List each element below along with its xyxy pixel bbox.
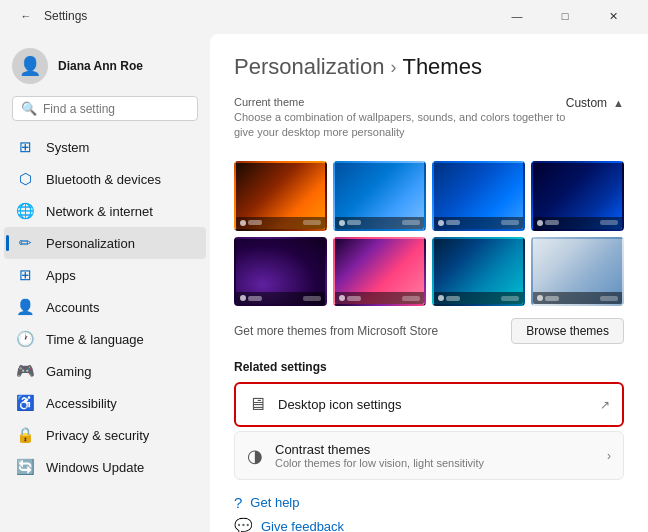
sidebar-item-bluetooth[interactable]: ⬡ Bluetooth & devices [4,163,206,195]
sidebar-item-apps[interactable]: ⊞ Apps [4,259,206,291]
taskbar-bar [533,217,622,229]
sidebar-item-system[interactable]: ⊞ System [4,131,206,163]
taskbar-end [501,296,519,301]
gaming-icon: 🎮 [16,362,34,380]
sidebar: 👤 Diana Ann Roe 🔍 ⊞ System ⬡ Bluetooth &… [0,32,210,532]
sidebar-item-label: Time & language [46,332,144,347]
content-area: Personalization › Themes Current theme C… [210,34,648,532]
taskbar-bar-item [248,220,262,225]
contrast-themes-text: Contrast themes Color themes for low vis… [275,442,595,469]
theme-name-value: Custom [566,96,607,110]
window-controls: — □ ✕ [494,0,636,32]
theme-grid [234,161,624,307]
accounts-icon: 👤 [16,298,34,316]
app-title: Settings [44,9,87,23]
theme-thumbnail-fire[interactable] [234,161,327,231]
theme-thumbnail-ocean[interactable] [432,237,525,307]
contrast-themes-title: Contrast themes [275,442,595,457]
taskbar-bar [434,217,523,229]
theme-thumbnail-blue-swirl[interactable] [432,161,525,231]
taskbar-bar-item [347,220,361,225]
contrast-themes-item[interactable]: ◑ Contrast themes Color themes for low v… [234,431,624,480]
taskbar-dot [240,295,246,301]
sidebar-item-gaming[interactable]: 🎮 Gaming [4,355,206,387]
theme-thumbnail-purple[interactable] [234,237,327,307]
taskbar-end [600,296,618,301]
bottom-links: ? Get help 💬 Give feedback [234,494,624,532]
sidebar-item-label: Accessibility [46,396,117,411]
sidebar-item-windows-update[interactable]: 🔄 Windows Update [4,451,206,483]
accessibility-icon: ♿ [16,394,34,412]
close-button[interactable]: ✕ [590,0,636,32]
sidebar-item-accounts[interactable]: 👤 Accounts [4,291,206,323]
back-button[interactable]: ← [12,2,40,30]
give-feedback-link[interactable]: 💬 Give feedback [234,517,624,532]
sidebar-item-label: Gaming [46,364,92,379]
avatar: 👤 [12,48,48,84]
breadcrumb-separator: › [390,57,396,78]
system-icon: ⊞ [16,138,34,156]
taskbar-dot [339,220,345,226]
store-link-text: Get more themes from Microsoft Store [234,324,438,338]
taskbar-end [303,220,321,225]
minimize-button[interactable]: — [494,0,540,32]
store-row: Get more themes from Microsoft Store Bro… [234,318,624,344]
network-icon: 🌐 [16,202,34,220]
taskbar-end [303,296,321,301]
user-name: Diana Ann Roe [58,59,143,73]
taskbar-dot [537,295,543,301]
chevron-up-icon: ▲ [613,97,624,109]
breadcrumb-parent: Personalization [234,54,384,80]
desktop-icon-settings-item[interactable]: 🖥 Desktop icon settings ↗ [234,382,624,427]
current-theme-label: Current theme [234,96,566,108]
user-section[interactable]: 👤 Diana Ann Roe [0,40,210,96]
sidebar-item-network[interactable]: 🌐 Network & internet [4,195,206,227]
taskbar-bar-item [347,296,361,301]
desktop-icon-title: Desktop icon settings [278,397,588,412]
windows-update-icon: 🔄 [16,458,34,476]
bluetooth-icon: ⬡ [16,170,34,188]
taskbar-bar [236,292,325,304]
current-theme-header: Current theme Choose a combination of wa… [234,96,624,151]
sidebar-item-label: Personalization [46,236,135,251]
back-icon: ← [21,10,32,22]
get-help-link[interactable]: ? Get help [234,494,624,511]
theme-thumbnail-blue-flower[interactable] [333,161,426,231]
maximize-button[interactable]: □ [542,0,588,32]
taskbar-bar-item [446,220,460,225]
taskbar-dot [240,220,246,226]
taskbar-end [501,220,519,225]
search-box[interactable]: 🔍 [12,96,198,121]
titlebar: ← Settings — □ ✕ [0,0,648,32]
help-icon: ? [234,494,242,511]
sidebar-item-label: Apps [46,268,76,283]
contrast-themes-subtitle: Color themes for low vision, light sensi… [275,457,595,469]
sidebar-item-label: Accounts [46,300,99,315]
chevron-right-icon: › [607,449,611,463]
taskbar-bar [236,217,325,229]
search-input[interactable] [43,102,189,116]
taskbar-bar-item [545,296,559,301]
breadcrumb: Personalization › Themes [234,54,624,80]
taskbar-bar-item [446,296,460,301]
give-feedback-label: Give feedback [261,519,344,532]
theme-thumbnail-white-swirl[interactable] [531,237,624,307]
personalization-icon: ✏ [16,234,34,252]
browse-themes-button[interactable]: Browse themes [511,318,624,344]
search-icon: 🔍 [21,101,37,116]
theme-name-row[interactable]: Custom ▲ [566,96,624,110]
avatar-icon: 👤 [19,55,41,77]
sidebar-item-label: Bluetooth & devices [46,172,161,187]
taskbar-bar [335,292,424,304]
sidebar-item-privacy[interactable]: 🔒 Privacy & security [4,419,206,451]
taskbar-bar [434,292,523,304]
sidebar-item-time[interactable]: 🕐 Time & language [4,323,206,355]
theme-thumbnail-deep-blue[interactable] [531,161,624,231]
sidebar-item-personalization[interactable]: ✏ Personalization [4,227,206,259]
apps-icon: ⊞ [16,266,34,284]
sidebar-item-accessibility[interactable]: ♿ Accessibility [4,387,206,419]
app-container: 👤 Diana Ann Roe 🔍 ⊞ System ⬡ Bluetooth &… [0,32,648,532]
theme-thumbnail-flower[interactable] [333,237,426,307]
external-link-icon: ↗ [600,398,610,412]
taskbar-dot [339,295,345,301]
